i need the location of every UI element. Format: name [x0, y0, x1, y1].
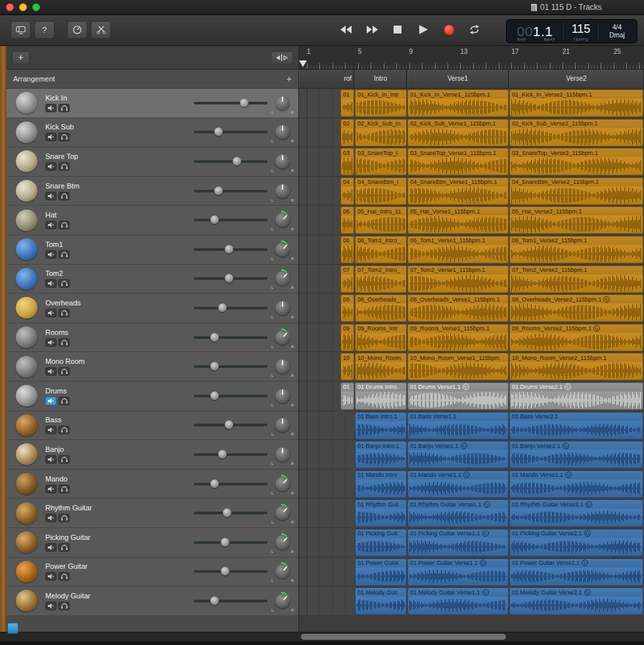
track-header-overheads[interactable]: OverheadsLR [7, 294, 298, 323]
region-tom2-2[interactable]: 07_Tom2_Verse1_115bpm.1 [407, 265, 509, 293]
region-mono-room-2[interactable]: 10_Mono_Room_Verse1_115bpm [407, 353, 509, 380]
region-melody-guitar-1[interactable]: 01 Melody Guitar Verse1.1↻ [407, 587, 509, 615]
solo-button[interactable] [58, 133, 70, 141]
mute-button[interactable] [45, 338, 57, 347]
pan-knob[interactable]: LR [273, 533, 292, 552]
pan-knob-dial[interactable] [275, 359, 290, 374]
pan-knob[interactable]: LR [273, 387, 292, 405]
solo-button[interactable] [58, 250, 70, 259]
region-melody-guitar-0[interactable]: 01 Melody Guit [355, 587, 407, 615]
track-header-rooms[interactable]: RoomsLR [7, 323, 298, 353]
mute-button[interactable] [45, 367, 57, 376]
close-button[interactable] [6, 3, 14, 11]
timeline-ruler[interactable]: 15913172125 [299, 46, 644, 70]
volume-slider[interactable] [194, 600, 267, 602]
region-rhythm-guitar-0[interactable]: 01 Rhythm Guit [355, 499, 407, 527]
volume-slider[interactable] [194, 307, 267, 309]
solo-button[interactable] [58, 485, 70, 493]
volume-slider[interactable] [194, 219, 267, 221]
region-kick-sub-0[interactable]: 02 [340, 119, 354, 146]
track-header-rhythm-guitar[interactable]: Rhythm GuitarLR [7, 499, 298, 528]
mute-button[interactable] [45, 309, 57, 317]
region-rooms-3[interactable]: 09_Rooms_Verse2_115bpm.1↻ [509, 324, 643, 351]
volume-slider-thumb[interactable] [221, 567, 229, 575]
solo-button[interactable] [58, 426, 70, 434]
solo-button[interactable] [58, 221, 70, 229]
region-banjo-2[interactable]: 01 Banjo Verse2.1↻ [509, 441, 643, 468]
region-rooms-2[interactable]: 09_Rooms_Verse1_115bpm.1 [407, 324, 509, 351]
volume-slider-thumb[interactable] [214, 187, 223, 195]
track-header-kick-sub[interactable]: Kick SubLR [7, 118, 298, 148]
track-header-tom2[interactable]: Tom2LR [7, 265, 298, 294]
volume-slider-thumb[interactable] [210, 479, 219, 488]
volume-slider[interactable] [194, 541, 267, 544]
solo-button[interactable] [58, 104, 70, 112]
volume-slider[interactable] [194, 365, 267, 368]
region-snare-top-2[interactable]: 03_SnareTop_Verse1_115bpm.1 [407, 148, 509, 175]
region-hat-2[interactable]: 05_Hat_Verse1_115bpm.1 [407, 206, 509, 234]
region-snare-btm-2[interactable]: 04_SnareBtm_Verse1_115bpm.1 [407, 177, 509, 205]
region-mono-room-0[interactable]: 10 [340, 353, 354, 380]
solo-button[interactable] [58, 192, 70, 200]
zoom-button[interactable] [32, 3, 40, 11]
region-rooms-1[interactable]: 09_Rooms_Intr [355, 324, 407, 351]
region-picking-guitar-0[interactable]: 01 Picking Guit [355, 529, 407, 556]
region-picking-guitar-2[interactable]: 01 Picking Guitar Verse2.1↻ [509, 529, 643, 556]
track-header-hat[interactable]: HatLR [7, 206, 298, 235]
arrangement-marker-verse2[interactable]: Verse2 [509, 70, 644, 88]
pan-knob[interactable]: LR [273, 475, 292, 493]
volume-slider-thumb[interactable] [218, 450, 227, 458]
region-power-guitar-1[interactable]: 01 Power Guitar Verse1.1↻ [407, 558, 509, 586]
region-bass-0[interactable]: 01 Bass Intro.1 [355, 412, 407, 439]
pan-knob[interactable]: LR [273, 152, 292, 171]
region-hat-3[interactable]: 05_Hat_Verse2_115bpm.1 [509, 206, 643, 234]
track-header-snare-top[interactable]: Snare TopLR [7, 147, 298, 177]
track-header-melody-guitar[interactable]: Melody GuitarLR [7, 587, 298, 616]
mute-button[interactable] [45, 250, 57, 259]
library-button[interactable] [11, 21, 31, 39]
volume-slider[interactable] [194, 102, 267, 104]
region-mando-1[interactable]: 01 Mando Verse1.1↻ [407, 470, 509, 498]
solo-button[interactable] [58, 455, 70, 464]
pan-knob[interactable]: LR [273, 211, 292, 229]
mute-button[interactable] [45, 192, 57, 200]
solo-button[interactable] [58, 572, 70, 581]
cycle-button[interactable] [465, 20, 484, 39]
volume-slider[interactable] [194, 512, 267, 514]
solo-button[interactable] [58, 309, 70, 317]
smart-controls-button[interactable] [67, 21, 87, 39]
pan-knob[interactable]: LR [273, 182, 292, 200]
volume-slider-thumb[interactable] [210, 362, 219, 370]
volume-slider-thumb[interactable] [210, 391, 219, 400]
pan-knob[interactable]: LR [273, 94, 292, 112]
region-melody-guitar-2[interactable]: 01 Melody Guitar Verse2.1↻ [509, 587, 643, 615]
forward-button[interactable] [362, 20, 382, 39]
mute-button[interactable] [45, 133, 57, 141]
region-bass-2[interactable]: 01 Bass Verse2.1 [509, 412, 643, 439]
minimize-button[interactable] [19, 3, 27, 11]
region-power-guitar-2[interactable]: 01 Power Guitar Verse2.1↻ [509, 558, 643, 586]
solo-button[interactable] [58, 543, 70, 552]
region-snare-btm-1[interactable]: 04_SnareBtm_I [355, 177, 407, 205]
arrangement-marker-verse1[interactable]: Verse1 [407, 70, 509, 88]
track-header-mono-room[interactable]: Mono RoomLR [7, 352, 298, 382]
track-header-tom1[interactable]: Tom1LR [7, 235, 298, 265]
volume-slider-thumb[interactable] [221, 538, 229, 546]
arrangement-marker-intro[interactable]: Intro [355, 70, 407, 88]
region-power-guitar-0[interactable]: 01 Power Guita [355, 558, 407, 586]
region-kick-sub-2[interactable]: 02_Kick_Sub_Verse1_115bpm.1 [407, 119, 509, 146]
pan-knob-dial[interactable] [275, 594, 290, 608]
volume-slider-thumb[interactable] [233, 157, 241, 166]
pan-knob[interactable]: LR [273, 357, 292, 376]
region-drums-1[interactable]: 01 Drums Intro. [355, 382, 407, 410]
editor-button[interactable] [91, 21, 111, 39]
pan-knob-dial[interactable] [275, 477, 290, 491]
mute-button[interactable] [45, 543, 57, 552]
region-mando-0[interactable]: 01 Mando Intro [355, 470, 407, 498]
solo-button[interactable] [58, 338, 70, 347]
pan-knob[interactable]: LR [273, 123, 292, 141]
volume-slider[interactable] [194, 190, 267, 192]
volume-slider-thumb[interactable] [225, 245, 233, 254]
region-tom1-3[interactable]: 06_Tom1_Verse2_115bpm.1 [509, 236, 643, 263]
volume-slider-thumb[interactable] [214, 127, 223, 136]
